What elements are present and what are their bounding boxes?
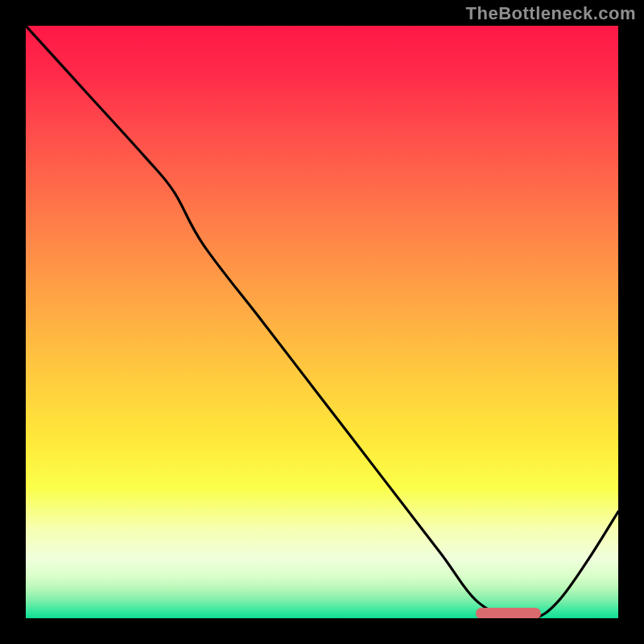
chart-frame: TheBottleneck.com: [0, 0, 644, 644]
plot-area: [26, 26, 618, 618]
curve-svg: [26, 26, 618, 618]
site-watermark: TheBottleneck.com: [466, 3, 636, 24]
bottleneck-curve: [26, 26, 618, 618]
optimal-range-marker: [476, 608, 541, 618]
